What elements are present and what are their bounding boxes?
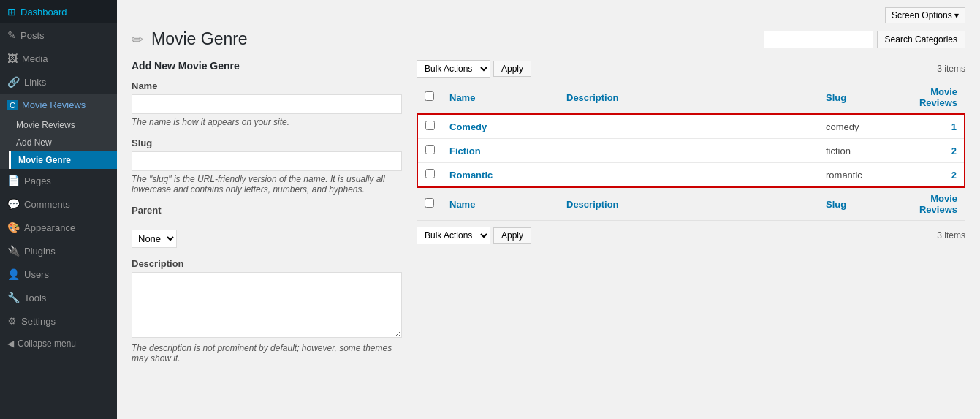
sidebar-item-pages[interactable]: 📄 Pages (0, 169, 117, 192)
table-header-row: Name Description Slug Movie Reviews (417, 81, 965, 114)
genres-table: Name Description Slug Movie Reviews (417, 81, 965, 221)
content-columns: Add New Movie Genre Name The name is how… (132, 60, 965, 374)
table-footer-row: Name Description Slug Movie Reviews (417, 187, 965, 221)
header-movie-reviews: Movie Reviews (906, 81, 965, 114)
row-checkbox-3[interactable] (425, 169, 435, 178)
tools-icon: 🔧 (7, 292, 20, 303)
name-field-group: Name The name is how it appears on your … (132, 80, 402, 127)
bottom-toolbar: Bulk Actions Apply 3 items (417, 227, 965, 244)
row-checkbox-1[interactable] (425, 121, 435, 130)
links-icon: 🔗 (7, 76, 20, 88)
sidebar-item-appearance[interactable]: 🎨 Appearance (0, 216, 117, 239)
header-name: Name (442, 81, 559, 114)
sidebar-item-posts[interactable]: ✎ Posts (0, 23, 117, 47)
name-hint: The name is how it appears on your site. (132, 117, 402, 127)
term-name-link-1[interactable]: Comedy (449, 121, 487, 132)
sidebar: ⊞ Dashboard ✎ Posts 🖼 Media 🔗 Links C Mo… (0, 0, 117, 419)
row-slug-3: romantic (818, 163, 906, 188)
row-count-link-3[interactable]: 2 (951, 170, 957, 181)
row-slug-2: fiction (818, 139, 906, 163)
footer-description: Description (559, 187, 818, 221)
main-content: Screen Options ▾ ✏ Movie Genre Search Ca… (117, 0, 980, 419)
footer-description-link[interactable]: Description (566, 199, 619, 210)
description-field-group: Description The description is not promi… (132, 258, 402, 363)
footer-movie-reviews-link[interactable]: Movie Reviews (919, 193, 957, 215)
slug-input[interactable] (132, 151, 402, 171)
sidebar-item-movie-genre[interactable]: Movie Genre (9, 151, 117, 169)
page-header: ✏ Movie Genre Search Categories (132, 29, 965, 49)
select-all-checkbox-top[interactable] (425, 91, 434, 101)
select-all-checkbox-bottom[interactable] (425, 198, 434, 208)
pages-icon: 📄 (7, 175, 20, 186)
sidebar-item-movie-reviews[interactable]: C Movie Reviews (0, 94, 117, 116)
sidebar-item-dashboard[interactable]: ⊞ Dashboard (0, 0, 117, 23)
table-row: Fictionfiction2 (417, 139, 965, 163)
sidebar-item-settings[interactable]: ⚙ Settings (0, 309, 117, 333)
sidebar-item-comments[interactable]: 💬 Comments (0, 192, 117, 216)
footer-slug-link[interactable]: Slug (826, 199, 846, 210)
parent-field-group: Parent None (132, 205, 402, 248)
table-row: Comedycomedy1 (417, 114, 965, 139)
table-row: Romanticromantic2 (417, 163, 965, 188)
row-slug-1: comedy (818, 114, 906, 139)
footer-checkbox-cell (417, 187, 442, 221)
row-count-link-1[interactable]: 1 (951, 121, 957, 132)
term-name-link-3[interactable]: Romantic (449, 170, 493, 181)
slug-field-group: Slug The "slug" is the URL-friendly vers… (132, 137, 402, 195)
sidebar-item-movie-reviews-main[interactable]: Movie Reviews (9, 116, 117, 134)
footer-name-link[interactable]: Name (449, 199, 475, 210)
sidebar-item-plugins[interactable]: 🔌 Plugins (0, 239, 117, 263)
dashboard-icon: ⊞ (7, 6, 16, 18)
name-input[interactable] (132, 94, 402, 114)
header-name-link[interactable]: Name (449, 92, 475, 103)
search-categories-input[interactable] (764, 31, 873, 48)
parent-select[interactable]: None (132, 230, 177, 248)
search-categories-button[interactable]: Search Categories (877, 31, 965, 48)
parent-label: Parent (132, 205, 402, 216)
posts-icon: ✎ (7, 29, 16, 41)
sidebar-item-tools[interactable]: 🔧 Tools (0, 286, 117, 309)
users-icon: 👤 (7, 268, 20, 280)
footer-movie-reviews: Movie Reviews (906, 187, 965, 221)
header-description: Description (559, 81, 818, 114)
apply-button-top[interactable]: Apply (493, 61, 531, 77)
row-count-link-2[interactable]: 2 (951, 146, 957, 156)
header-description-link[interactable]: Description (566, 92, 619, 103)
bulk-actions-select-bottom[interactable]: Bulk Actions (417, 227, 490, 244)
table-body: Comedycomedy1Fictionfiction2Romanticroma… (417, 114, 965, 187)
row-checkbox-2[interactable] (425, 145, 435, 154)
description-textarea[interactable] (132, 272, 402, 338)
sidebar-item-users[interactable]: 👤 Users (0, 263, 117, 286)
items-count-top: 3 items (937, 64, 965, 74)
page-title-icon: ✏ (132, 31, 144, 48)
screen-options-button[interactable]: Screen Options ▾ (885, 7, 965, 23)
slug-hint: The "slug" is the URL-friendly version o… (132, 174, 402, 195)
sidebar-item-links[interactable]: 🔗 Links (0, 70, 117, 94)
header-checkbox-cell (417, 81, 442, 114)
comments-icon: 💬 (7, 198, 20, 210)
top-bar: Screen Options ▾ (132, 7, 965, 23)
collapse-arrow-icon: ◀ (7, 339, 14, 349)
top-toolbar: Bulk Actions Apply 3 items (417, 60, 965, 78)
apply-button-bottom[interactable]: Apply (493, 227, 531, 244)
sidebar-item-media[interactable]: 🖼 Media (0, 47, 117, 70)
header-slug-link[interactable]: Slug (826, 92, 846, 103)
footer-slug: Slug (818, 187, 906, 221)
items-count-bottom: 3 items (937, 230, 965, 241)
collapse-menu-button[interactable]: ◀ Collapse menu (0, 333, 117, 355)
header-slug: Slug (818, 81, 906, 114)
header-movie-reviews-link[interactable]: Movie Reviews (919, 86, 957, 108)
appearance-icon: 🎨 (7, 222, 20, 233)
page-title: Movie Genre (151, 29, 248, 49)
name-label: Name (132, 80, 402, 91)
description-label: Description (132, 258, 402, 269)
term-name-link-2[interactable]: Fiction (449, 146, 481, 156)
bulk-actions-select-top[interactable]: Bulk Actions (417, 60, 490, 78)
row-description-1 (559, 114, 818, 139)
row-description-2 (559, 139, 818, 163)
sidebar-submenu: Movie Reviews Add New Movie Genre (0, 116, 117, 169)
slug-label: Slug (132, 137, 402, 148)
settings-icon: ⚙ (7, 315, 17, 327)
add-form-title: Add New Movie Genre (132, 60, 402, 72)
sidebar-item-add-new[interactable]: Add New (9, 134, 117, 151)
